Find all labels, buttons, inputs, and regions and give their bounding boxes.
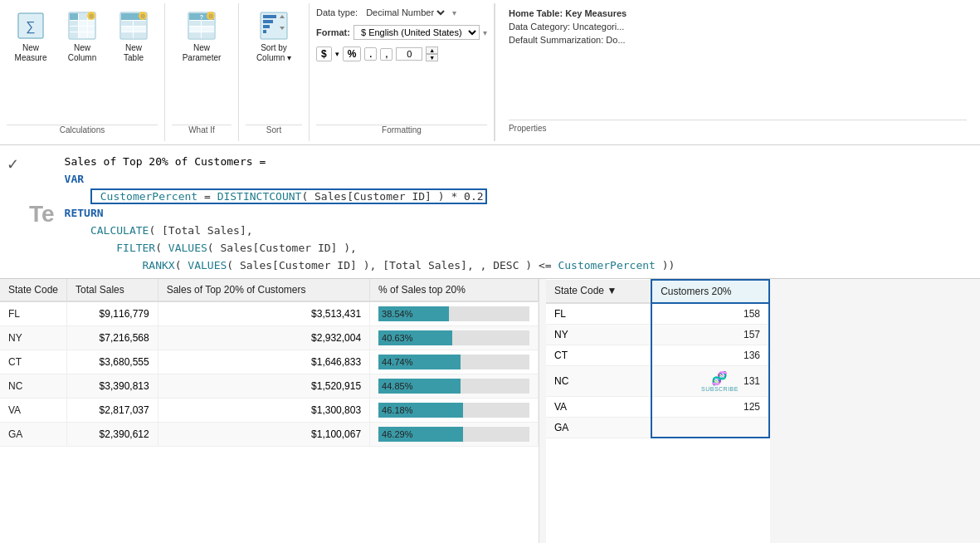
data-type-dropdown[interactable]: Decimal Number bbox=[363, 7, 447, 18]
cell-pct-bar: 38.54% bbox=[370, 301, 539, 326]
sort-group-label: Sort bbox=[246, 125, 302, 138]
right-data-table: State Code ▼ Customers 20% FL158NY157CT1… bbox=[546, 279, 770, 439]
table-row: NC🧬SUBSCRIBE131 bbox=[546, 365, 769, 396]
col-state-code[interactable]: State Code bbox=[0, 279, 67, 301]
default-summarization-label: Default Summarization: Do... bbox=[509, 35, 967, 45]
cell-sales-top20: $1,646,833 bbox=[158, 350, 369, 374]
svg-rect-30 bbox=[202, 21, 214, 26]
svg-rect-40 bbox=[263, 20, 273, 23]
col-pct-top20[interactable]: % of Sales top 20% bbox=[370, 279, 539, 301]
new-parameter-label: NewParameter bbox=[183, 43, 222, 63]
svg-rect-34 bbox=[202, 32, 214, 38]
cell-total-sales: $3,680,555 bbox=[67, 350, 158, 374]
formula-content[interactable]: Sales of Top 20% of Customers = VAR Cust… bbox=[58, 150, 980, 278]
new-measure-label: New Measure bbox=[15, 43, 47, 63]
table-row: CT$3,680,555$1,646,83344.74% bbox=[0, 350, 539, 374]
cell-state: NY bbox=[0, 325, 67, 350]
currency-btn[interactable]: $ bbox=[316, 46, 332, 61]
svg-rect-29 bbox=[189, 21, 201, 26]
cell-right-state: CT bbox=[546, 345, 651, 365]
cell-sales-top20: $2,932,004 bbox=[158, 325, 369, 350]
decimal-places-input[interactable] bbox=[396, 47, 422, 61]
svg-rect-11 bbox=[88, 27, 95, 32]
cell-customers20: 136 bbox=[651, 345, 769, 365]
cell-sales-top20: $3,513,431 bbox=[158, 301, 369, 326]
formatting-group-label: Formatting bbox=[316, 125, 487, 138]
col-sales-top20[interactable]: Sales of Top 20% of Customers bbox=[158, 279, 369, 301]
cell-pct-bar: 46.29% bbox=[370, 422, 539, 446]
new-parameter-button[interactable]: ? ⚙ NewParameter bbox=[172, 7, 232, 67]
properties-group: Home Table: Key Measures Data Category: … bbox=[495, 3, 980, 141]
calculations-group-label: Calculations bbox=[7, 125, 158, 138]
svg-rect-8 bbox=[88, 21, 95, 26]
cell-right-state: NC bbox=[546, 365, 651, 396]
table-row: FL158 bbox=[546, 303, 769, 325]
whatif-group-label: What If bbox=[172, 125, 232, 138]
cell-total-sales: $2,817,037 bbox=[67, 398, 158, 422]
cell-right-state: GA bbox=[546, 417, 651, 438]
formula-bar: ✓ Te Sales of Top 20% of Customers = VAR… bbox=[0, 145, 980, 279]
cell-state: NC bbox=[0, 374, 67, 398]
new-table-button[interactable]: ⚙ New Table bbox=[110, 7, 158, 67]
check-icon[interactable]: ✓ bbox=[7, 155, 19, 174]
formatting-group: Data type: Decimal Number ▾ Format: $ En… bbox=[310, 3, 495, 141]
right-col-customers20[interactable]: Customers 20% bbox=[651, 280, 769, 303]
cell-pct-bar: 46.18% bbox=[370, 398, 539, 422]
table-row: FL$9,116,779$3,513,43138.54% bbox=[0, 301, 539, 326]
cell-total-sales: $7,216,568 bbox=[67, 325, 158, 350]
cell-state: CT bbox=[0, 350, 67, 374]
table-row: NY157 bbox=[546, 324, 769, 345]
formula-line1: Sales of Top 20% of Customers = bbox=[65, 154, 973, 171]
data-category-label: Data Category: Uncategori... bbox=[509, 22, 967, 32]
cell-pct-bar: 40.63% bbox=[370, 325, 539, 350]
calculations-group: ∑ New Measure bbox=[0, 3, 165, 141]
percent-btn[interactable]: % bbox=[343, 46, 362, 61]
formula-check-area: ✓ bbox=[0, 150, 26, 179]
cell-total-sales: $9,116,779 bbox=[67, 301, 158, 326]
svg-rect-32 bbox=[202, 27, 214, 32]
cell-customers20 bbox=[651, 417, 769, 438]
cell-sales-top20: $1,300,803 bbox=[158, 398, 369, 422]
svg-rect-23 bbox=[121, 32, 133, 38]
sidebar-te-label: Te bbox=[26, 203, 58, 226]
table-row: NY$7,216,568$2,932,00440.63% bbox=[0, 325, 539, 350]
thousands-btn[interactable]: , bbox=[380, 48, 392, 61]
svg-rect-24 bbox=[134, 32, 146, 38]
format-dropdown[interactable]: $ English (United States) bbox=[353, 25, 480, 40]
decimal-up-btn[interactable]: ▲ bbox=[426, 46, 438, 54]
cell-state: VA bbox=[0, 398, 67, 422]
cell-pct-bar: 44.85% bbox=[370, 374, 539, 398]
new-measure-button[interactable]: ∑ New Measure bbox=[7, 7, 55, 67]
decimal-btn[interactable]: . bbox=[364, 47, 377, 61]
subscribe-badge: 🧬SUBSCRIBE bbox=[701, 370, 739, 392]
home-table-label: Home Table: Key Measures bbox=[509, 8, 967, 18]
cell-right-state: FL bbox=[546, 303, 651, 325]
formula-line3: CustomerPercent = DISTINCTCOUNT( Sales[C… bbox=[65, 188, 973, 206]
cell-sales-top20: $1,100,067 bbox=[158, 422, 369, 446]
cell-sales-top20: $1,520,915 bbox=[158, 374, 369, 398]
svg-rect-13 bbox=[79, 32, 87, 38]
parameter-icon: ? ⚙ bbox=[187, 11, 217, 41]
data-type-label: Data type: bbox=[316, 7, 358, 17]
svg-rect-41 bbox=[263, 25, 270, 28]
formula-line7: RANKX( VALUES( Sales[Customer ID] ), [To… bbox=[65, 257, 973, 275]
right-col-state[interactable]: State Code ▼ bbox=[546, 280, 651, 303]
svg-text:?: ? bbox=[200, 14, 203, 20]
col-total-sales[interactable]: Total Sales bbox=[67, 279, 158, 301]
sort-by-column-button[interactable]: Sort byColumn ▾ bbox=[246, 7, 302, 67]
decimal-down-btn[interactable]: ▼ bbox=[426, 54, 438, 61]
cell-customers20: 🧬SUBSCRIBE131 bbox=[651, 365, 769, 396]
formula-line4: RETURN bbox=[65, 205, 973, 223]
formula-line6: FILTER( VALUES( Sales[Customer ID] ), bbox=[65, 240, 973, 257]
properties-group-label: Properties bbox=[509, 120, 967, 136]
table-row: VA125 bbox=[546, 396, 769, 417]
highlighted-expression: CustomerPercent = DISTINCTCOUNT( Sales[C… bbox=[90, 188, 487, 204]
svg-rect-33 bbox=[189, 32, 201, 38]
svg-rect-22 bbox=[134, 27, 146, 32]
column-icon: ⚙ bbox=[67, 11, 97, 41]
formula-line5: CALCULATE( [Total Sales], bbox=[65, 223, 973, 240]
svg-rect-21 bbox=[121, 27, 133, 32]
svg-rect-9 bbox=[70, 27, 78, 32]
new-column-button[interactable]: ⚙ New Column bbox=[58, 7, 106, 67]
sort-icon bbox=[259, 11, 289, 41]
